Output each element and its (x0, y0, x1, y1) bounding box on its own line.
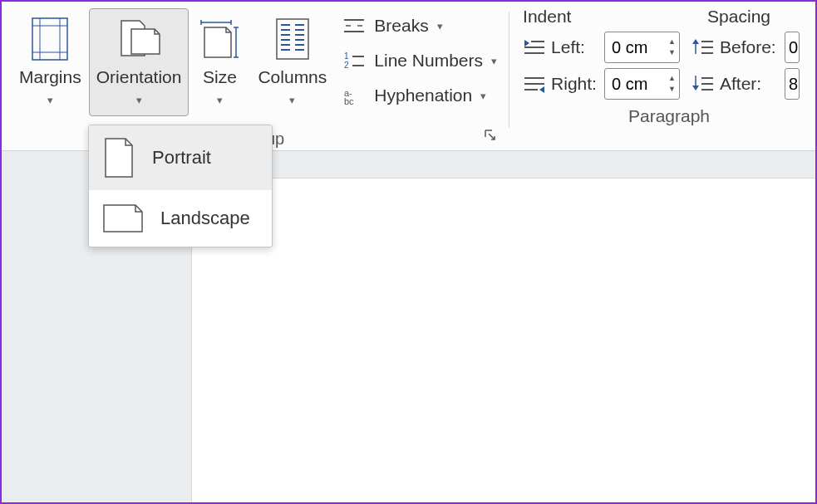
paragraph-group-label: Paragraph (523, 100, 815, 126)
margins-icon (32, 17, 68, 61)
hyphenation-button[interactable]: a- bc Hyphenation ▾ (337, 78, 502, 113)
hyphenation-icon: a- bc (342, 86, 366, 105)
chevron-down-icon: ▾ (47, 94, 53, 106)
size-icon (198, 17, 241, 61)
spacing-heading: Spacing (707, 7, 770, 27)
spacing-before-icon (691, 37, 715, 57)
spacing-after-value: 8 (789, 75, 798, 94)
chevron-down-icon: ▾ (217, 94, 223, 106)
indent-left-icon (523, 37, 546, 57)
chevron-down-icon: ▾ (491, 55, 497, 67)
indent-right-input[interactable] (605, 75, 665, 94)
orientation-landscape-item[interactable]: Landscape (89, 190, 272, 247)
orientation-icon (116, 17, 161, 61)
group-paragraph: Indent Spacing Left: ▲▼ (513, 2, 815, 150)
hyphenation-label: Hyphenation (374, 86, 472, 105)
size-button[interactable]: Size ▾ (189, 8, 250, 116)
svg-rect-0 (32, 18, 67, 60)
indent-right-icon (523, 74, 546, 94)
spacing-before-label: Before: (720, 37, 780, 57)
group-separator (509, 12, 509, 128)
spacing-before-value: 0 (789, 38, 798, 57)
orientation-label: Orientation (96, 67, 182, 87)
spacing-before-spinner[interactable]: 0 (785, 32, 800, 63)
svg-text:bc: bc (344, 96, 354, 105)
breaks-button[interactable]: Breaks ▾ (337, 8, 502, 43)
spinner-arrows[interactable]: ▲▼ (665, 75, 679, 93)
page-setup-dialog-launcher[interactable] (484, 129, 497, 142)
chevron-down-icon: ▾ (289, 94, 295, 106)
indent-heading: Indent (523, 7, 571, 27)
orientation-button[interactable]: Orientation ▾ (89, 8, 189, 116)
document-page[interactable] (191, 178, 815, 502)
breaks-icon (342, 17, 366, 35)
columns-icon (276, 18, 309, 60)
chevron-down-icon: ▾ (437, 20, 443, 32)
indent-right-label: Right: (551, 74, 599, 94)
columns-button[interactable]: Columns ▾ (250, 8, 334, 116)
breaks-label: Breaks (374, 16, 428, 36)
spacing-after-icon (691, 74, 715, 94)
spacing-after-label: After: (720, 74, 780, 94)
spacing-after-spinner[interactable]: 8 (785, 68, 800, 100)
chevron-down-icon: ▾ (136, 94, 142, 106)
columns-label: Columns (258, 67, 327, 87)
indent-left-spinner[interactable]: ▲▼ (604, 32, 680, 63)
indent-right-spinner[interactable]: ▲▼ (604, 68, 680, 100)
portrait-label: Portrait (152, 147, 211, 169)
svg-text:1: 1 (344, 51, 349, 61)
indent-left-input[interactable] (605, 38, 665, 57)
chevron-down-icon: ▾ (480, 90, 486, 102)
line-numbers-label: Line Numbers (374, 51, 483, 71)
orientation-dropdown: Portrait Landscape (88, 125, 273, 247)
dialog-launcher-icon (484, 129, 497, 142)
margins-button[interactable]: Margins ▾ (12, 8, 89, 116)
size-label: Size (203, 67, 237, 87)
landscape-label: Landscape (160, 208, 250, 229)
line-numbers-button[interactable]: 1 2 Line Numbers ▾ (337, 43, 502, 78)
indent-left-label: Left: (551, 37, 599, 57)
margins-label: Margins (19, 67, 81, 87)
spinner-arrows[interactable]: ▲▼ (665, 38, 679, 56)
line-numbers-icon: 1 2 (342, 51, 366, 70)
portrait-icon (102, 137, 135, 179)
orientation-portrait-item[interactable]: Portrait (89, 125, 272, 190)
landscape-icon (102, 202, 144, 235)
svg-text:2: 2 (344, 61, 349, 70)
